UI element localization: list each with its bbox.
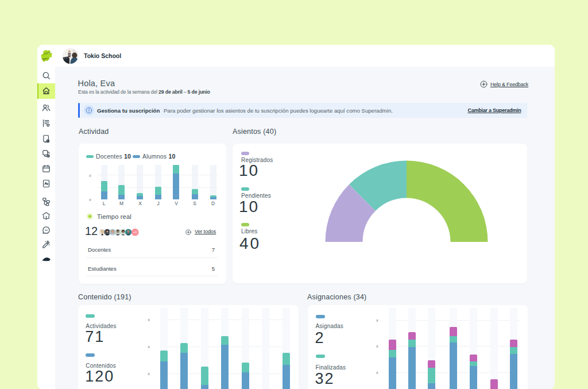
- svg-text:+3: +3: [133, 230, 137, 234]
